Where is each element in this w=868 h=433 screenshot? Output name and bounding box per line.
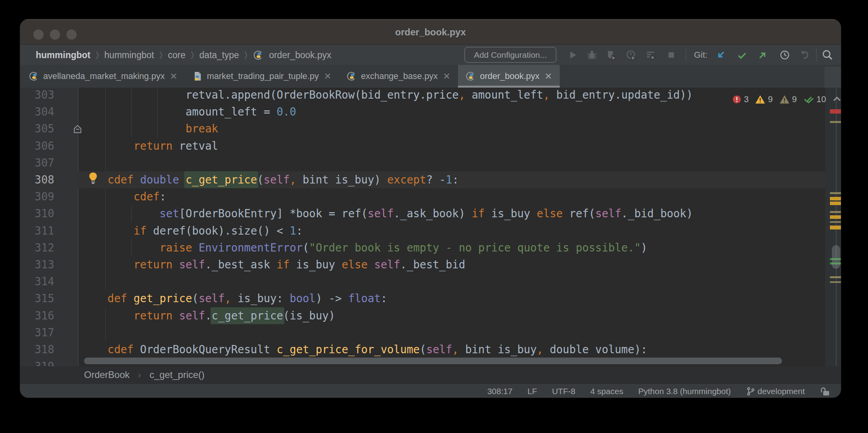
warning-stripe-mark[interactable] xyxy=(830,226,841,229)
line-number: 310 xyxy=(20,205,54,222)
line-number: 305 xyxy=(20,120,54,137)
chevron-right-icon: › xyxy=(138,371,141,380)
python-interpreter[interactable]: Python 3.8 (hummingbot) xyxy=(638,387,731,396)
git-label: Git: xyxy=(694,45,707,65)
code-line: 316 return self.c_get_price(is_buy) xyxy=(20,307,841,325)
search-everywhere-icon[interactable] xyxy=(821,49,832,60)
run-configurations-icon[interactable] xyxy=(645,50,656,61)
weak-stripe-mark[interactable] xyxy=(830,221,841,223)
git-branch-widget[interactable]: development xyxy=(746,386,805,396)
breadcrumb-method[interactable]: c_get_price() xyxy=(150,369,205,380)
line-number: 308 xyxy=(20,171,54,188)
debug-icon[interactable] xyxy=(586,50,597,61)
toolbar-separator xyxy=(686,48,686,62)
breadcrumb: hummingbot 〉 hummingbot 〉 core 〉 data_ty… xyxy=(36,45,331,65)
close-icon[interactable]: ✕ xyxy=(324,71,331,82)
tab-order-book[interactable]: order_book.pyx ✕ xyxy=(458,65,560,88)
code-line: 313 return self._best_ask if is_buy else… xyxy=(20,256,841,273)
code-line: 310 set[OrderBookEntry] *book = ref(self… xyxy=(20,205,841,222)
run-with-coverage-icon[interactable] xyxy=(606,50,617,61)
editor-tab-bar: avellaneda_market_making.pyx ✕ market_tr… xyxy=(20,65,841,88)
error-stripe-mark[interactable] xyxy=(830,109,841,114)
code-line: 305 break xyxy=(20,120,841,138)
breadcrumb-folder[interactable]: core xyxy=(168,50,185,61)
warning-stripe-mark[interactable] xyxy=(830,202,841,205)
cython-file-icon xyxy=(346,71,357,81)
navigation-bar: hummingbot 〉 hummingbot 〉 core 〉 data_ty… xyxy=(20,44,841,65)
unlocked-icon[interactable] xyxy=(820,386,830,396)
horizontal-scrollbar-thumb[interactable] xyxy=(84,358,782,364)
warning-icon xyxy=(755,95,765,104)
inspections-widget[interactable]: 3 9 9 10 xyxy=(732,94,841,105)
add-configuration-button[interactable]: Add Configuration... xyxy=(464,47,557,63)
tab-market-trading-pair-tuple[interactable]: market_trading_pair_tuple.py ✕ xyxy=(185,65,339,88)
code-line: 303 retval.append(OrderBookRow(bid_entry… xyxy=(20,88,841,104)
line-number: 315 xyxy=(20,290,54,307)
status-bar: 308:17 LF UTF-8 4 spaces Python 3.8 (hum… xyxy=(20,383,841,398)
scrollbar-corner xyxy=(824,67,841,88)
line-number: 306 xyxy=(20,138,54,154)
file-encoding[interactable]: UTF-8 xyxy=(552,387,575,396)
chevron-right-icon: 〉 xyxy=(191,50,194,60)
git-update-icon[interactable] xyxy=(715,50,726,61)
line-number: 304 xyxy=(20,103,54,120)
close-icon[interactable]: ✕ xyxy=(443,71,450,82)
local-history-icon[interactable] xyxy=(779,50,790,61)
title-bar: order_book.pyx xyxy=(20,19,841,44)
tab-exchange-base[interactable]: exchange_base.pyx ✕ xyxy=(339,65,458,88)
git-commit-icon[interactable] xyxy=(736,50,747,61)
tab-label: avellaneda_market_making.pyx xyxy=(43,71,165,81)
bookmark-icon[interactable] xyxy=(73,125,82,134)
git-push-icon[interactable] xyxy=(757,50,768,61)
chevron-right-icon: 〉 xyxy=(96,50,99,60)
warning-count: 9 xyxy=(768,94,773,105)
line-number: 312 xyxy=(20,239,54,256)
breadcrumb-folder[interactable]: data_type xyxy=(200,50,239,61)
cython-file-icon xyxy=(29,71,39,81)
code-line: 312 raise EnvironmentError("Order book i… xyxy=(20,239,841,257)
weak-stripe-mark[interactable] xyxy=(830,281,841,283)
weak-warning-icon xyxy=(779,95,790,104)
line-number: 311 xyxy=(20,222,54,239)
weak-stripe-mark[interactable] xyxy=(830,192,841,194)
python-file-icon xyxy=(192,71,203,81)
profiler-icon[interactable] xyxy=(626,50,637,61)
weak-stripe-mark[interactable] xyxy=(830,121,841,123)
tab-avellaneda-market-making[interactable]: avellaneda_market_making.pyx ✕ xyxy=(21,65,185,88)
chevron-right-icon: 〉 xyxy=(159,50,162,60)
weak-stripe-mark[interactable] xyxy=(830,276,841,278)
prev-problem-icon[interactable] xyxy=(832,95,841,104)
caret-position[interactable]: 308:17 xyxy=(487,387,513,396)
error-stripe[interactable] xyxy=(825,88,841,366)
line-number: 318 xyxy=(20,341,54,358)
indent-style[interactable]: 4 spaces xyxy=(590,387,623,396)
tab-label: order_book.pyx xyxy=(480,71,540,81)
code-editor[interactable]: 303 retval.append(OrderBookRow(bid_entry… xyxy=(20,88,841,366)
intention-lightbulb-icon[interactable] xyxy=(88,172,98,184)
line-number: 314 xyxy=(20,273,54,290)
rollback-icon[interactable] xyxy=(800,50,811,61)
breadcrumb-class[interactable]: OrderBook xyxy=(84,369,130,380)
cython-file-icon xyxy=(253,50,264,61)
weak-stripe-mark[interactable] xyxy=(830,211,841,213)
code-line: 314 xyxy=(20,273,841,290)
tab-label: exchange_base.pyx xyxy=(361,71,438,81)
breadcrumb-file[interactable]: order_book.pyx xyxy=(269,50,331,61)
breadcrumb-folder[interactable]: hummingbot xyxy=(104,50,154,61)
line-separator[interactable]: LF xyxy=(527,387,537,396)
close-icon[interactable]: ✕ xyxy=(545,71,552,82)
code-line: 306 return retval xyxy=(20,138,841,155)
vertical-scrollbar-thumb[interactable] xyxy=(832,245,840,269)
cython-file-icon xyxy=(465,71,476,81)
tab-label: market_trading_pair_tuple.py xyxy=(207,71,319,81)
warning-stripe-mark[interactable] xyxy=(830,197,841,200)
close-icon[interactable]: ✕ xyxy=(170,71,177,82)
breadcrumb-project[interactable]: hummingbot xyxy=(36,50,90,61)
run-icon[interactable] xyxy=(567,50,578,61)
ok-count: 10 xyxy=(817,94,826,105)
stop-icon[interactable] xyxy=(666,50,677,61)
warning-stripe-mark[interactable] xyxy=(830,215,841,219)
ide-window: order_book.pyx hummingbot 〉 hummingbot 〉… xyxy=(20,19,841,398)
code-line: 309 cdef: xyxy=(20,188,841,205)
toolbar-separator xyxy=(816,48,817,62)
